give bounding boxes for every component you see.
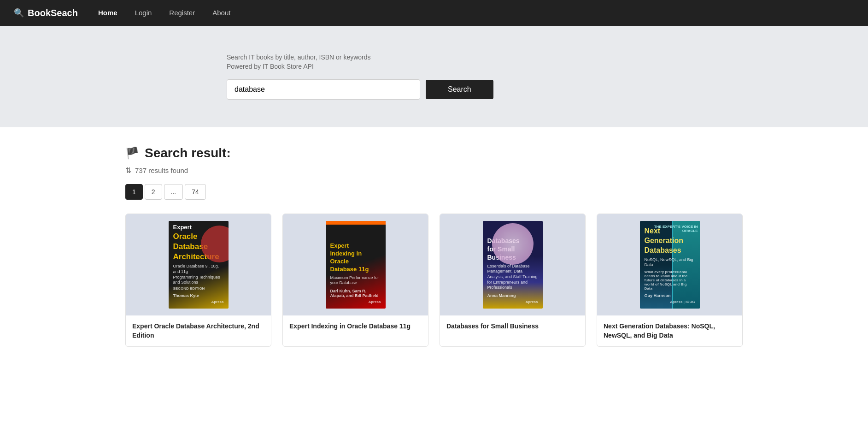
book-info-4: Next Generation Databases: NoSQL, NewSQL… <box>597 315 742 346</box>
navbar: 🔍 BookSeach Home Login Register About <box>0 0 868 26</box>
book-cover-img-2: ExpertIndexing in OracleDatabase 11g Max… <box>326 221 386 309</box>
book-cover-2: ExpertIndexing in OracleDatabase 11g Max… <box>283 214 428 315</box>
book-cover-img-3: Databasesfor Small Business Essentials o… <box>483 221 543 309</box>
search-input[interactable] <box>227 79 420 100</box>
hero-section: Search IT books by title, author, ISBN o… <box>0 26 868 127</box>
book-info-1: Expert Oracle Database Architecture, 2nd… <box>126 315 271 346</box>
brand-search-icon: 🔍 <box>14 8 24 18</box>
brand-logo[interactable]: 🔍 BookSeach <box>14 8 78 18</box>
nav-about[interactable]: About <box>206 5 237 20</box>
book-title-3: Databases for Small Business <box>446 322 579 331</box>
book-card[interactable]: ExpertOracleDatabase Architecture Oracle… <box>125 214 271 347</box>
results-count: ⇅ 737 results found <box>125 166 743 175</box>
book-cover-3: Databasesfor Small Business Essentials o… <box>440 214 585 315</box>
book-cover-img-4: THE EXPERT'S VOICE IN ORACLE Next Genera… <box>640 221 700 309</box>
book-title-1: Expert Oracle Database Architecture, 2nd… <box>132 322 264 340</box>
book-title-2: Expert Indexing in Oracle Database 11g <box>289 322 422 331</box>
page-btn-2[interactable]: 2 <box>145 184 162 200</box>
book-cover-1: ExpertOracleDatabase Architecture Oracle… <box>126 214 271 315</box>
book-card[interactable]: ExpertIndexing in OracleDatabase 11g Max… <box>282 214 428 347</box>
book-info-2: Expert Indexing in Oracle Database 11g <box>283 315 428 338</box>
search-button[interactable]: Search <box>426 80 493 99</box>
hero-tagline: Search IT books by title, author, ISBN o… <box>227 54 641 61</box>
search-form: Search <box>227 79 641 100</box>
page-btn-1[interactable]: 1 <box>125 184 143 200</box>
hero-subtitle: Powered by IT Book Store API <box>227 63 641 70</box>
nav-login[interactable]: Login <box>129 5 158 20</box>
results-header: 🏴 Search result: <box>125 146 743 161</box>
book-title-4: Next Generation Databases: NoSQL, NewSQL… <box>604 322 736 340</box>
results-section: 🏴 Search result: ⇅ 737 results found 1 2… <box>111 127 757 365</box>
book-info-3: Databases for Small Business <box>440 315 585 338</box>
book-cover-4: THE EXPERT'S VOICE IN ORACLE Next Genera… <box>597 214 742 315</box>
pagination: 1 2 ... 74 <box>125 184 743 200</box>
book-card[interactable]: THE EXPERT'S VOICE IN ORACLE Next Genera… <box>597 214 743 347</box>
page-btn-ellipsis[interactable]: ... <box>164 184 183 200</box>
nav-links: Home Login Register About <box>92 9 237 17</box>
nav-register[interactable]: Register <box>163 5 201 20</box>
sort-icon: ⇅ <box>125 166 131 175</box>
book-grid: ExpertOracleDatabase Architecture Oracle… <box>125 214 743 347</box>
brand-name: BookSeach <box>28 8 78 18</box>
count-text: 737 results found <box>135 166 188 174</box>
book-cover-img-1: ExpertOracleDatabase Architecture Oracle… <box>169 221 229 309</box>
results-title: Search result: <box>145 146 231 161</box>
flag-icon: 🏴 <box>125 147 139 160</box>
book-card[interactable]: Databasesfor Small Business Essentials o… <box>440 214 586 347</box>
page-btn-74[interactable]: 74 <box>185 184 206 200</box>
nav-home[interactable]: Home <box>92 5 124 20</box>
